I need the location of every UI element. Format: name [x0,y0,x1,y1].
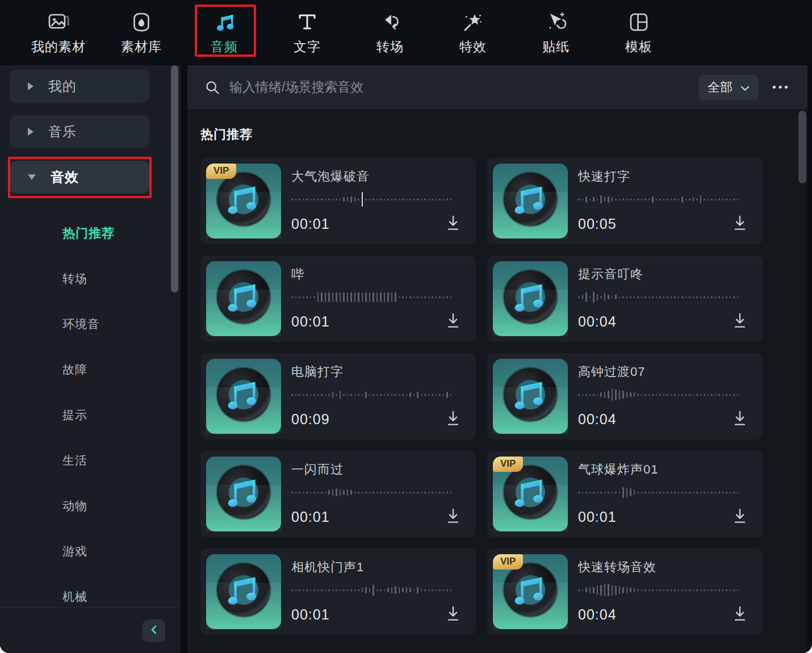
sidebar-category-item[interactable]: 生活 [0,438,181,483]
sidebar-collapse-button[interactable] [143,619,165,642]
duration-label: 00:01 [291,509,330,525]
download-icon [732,604,748,625]
duration-label: 00:01 [291,313,330,330]
duration-label: 00:04 [578,606,617,623]
caret-icon [28,174,36,180]
download-button[interactable] [444,311,462,332]
vip-badge: VIP [493,457,523,472]
sound-title: 相机快门声1 [291,559,462,576]
waveform [291,582,462,598]
nav-tab[interactable]: 转场 [349,0,432,64]
sidebar-footer [0,608,181,653]
sidebar-category-item[interactable]: 提示 [0,392,181,438]
main-panel: 全部 ••• 热门推荐 [187,65,807,653]
album-art [493,359,568,434]
sound-effect-card[interactable]: VIP 大气泡爆破音 00:01 [200,158,476,244]
download-button[interactable] [731,214,749,234]
duration-label: 00:04 [578,313,617,330]
sidebar-group[interactable]: 音乐 [10,115,149,148]
stock-library-icon [128,9,155,36]
sound-effect-card[interactable]: VIP 电脑打字 00:09 [200,353,476,439]
download-button[interactable] [444,604,462,625]
nav-tab[interactable]: 文字 [266,0,349,64]
sidebar-category-item[interactable]: 转场 [0,256,181,302]
nav-tab-label: 贴纸 [542,38,570,56]
template-icon [625,9,652,36]
sound-title: 快速转场音效 [578,559,749,576]
download-icon [445,409,461,429]
effects-icon [459,9,487,36]
sidebar-group[interactable]: 音效 [10,161,149,194]
waveform [578,387,749,403]
duration-label: 00:01 [291,216,330,232]
nav-tab-label: 特效 [459,38,487,56]
sidebar-scrollbar[interactable] [171,65,178,292]
waveform [291,387,462,403]
panels: 我的 音乐 音效 热门推荐转场环境音故障提示生活动物游戏机械 [0,65,812,653]
vip-badge: VIP [206,164,236,179]
album-art [206,261,281,336]
sidebar: 我的 音乐 音效 热门推荐转场环境音故障提示生活动物游戏机械 [0,65,181,653]
nav-tab-label: 素材库 [121,38,162,56]
sidebar-category-item[interactable]: 热门推荐 [0,211,181,256]
sound-effect-card[interactable]: VIP 相机快门声1 00:01 [200,549,476,635]
album-art [206,359,281,434]
more-options-button[interactable]: ••• [770,78,793,97]
search-icon [204,79,220,95]
sound-title: 哔 [291,266,462,283]
waveform [291,289,462,305]
download-icon [732,507,748,527]
sound-effect-card[interactable]: VIP 哔 00:01 [200,256,476,342]
content-area: 热门推荐 [187,109,807,653]
caret-icon [28,128,34,136]
nav-tab[interactable]: 贴纸 [514,0,597,64]
nav-tab[interactable]: 模板 [597,0,680,64]
duration-label: 00:09 [291,411,330,428]
sidebar-scroll-area: 我的 音乐 音效 热门推荐转场环境音故障提示生活动物游戏机械 [0,65,181,619]
search-input[interactable] [229,79,698,95]
nav-tab[interactable]: 音频 [183,0,266,64]
sidebar-category-item[interactable]: 游戏 [0,529,181,574]
sound-effect-card[interactable]: VIP 快速转场音效 00:04 [487,549,763,635]
download-button[interactable] [731,311,749,332]
nav-tab-label: 转场 [376,38,404,56]
waveform [291,191,462,207]
nav-tab[interactable]: 我的素材 [17,0,100,64]
sidebar-category-item[interactable]: 动物 [0,483,181,529]
download-button[interactable] [731,604,749,625]
audio-icon [211,9,238,36]
album-art [493,261,568,336]
sidebar-category-item[interactable]: 故障 [0,347,181,392]
download-button[interactable] [731,409,749,429]
sidebar-category-item[interactable]: 环境音 [0,302,181,347]
section-title: 热门推荐 [200,126,807,143]
content-scrollbar[interactable] [798,111,806,183]
filter-label: 全部 [708,79,733,96]
download-button[interactable] [444,214,462,234]
download-button[interactable] [444,409,462,429]
sound-title: 高钟过渡07 [578,363,749,380]
download-button[interactable] [731,507,749,527]
nav-tab-label: 模板 [625,38,652,56]
sidebar-group[interactable]: 我的 [10,70,149,103]
search-bar: 全部 ••• [187,65,807,109]
vip-badge: VIP [493,554,523,570]
nav-tab[interactable]: 特效 [432,0,514,64]
download-button[interactable] [444,507,462,527]
sound-effect-card[interactable]: VIP 快速打字 00:05 [487,158,763,244]
sidebar-group-label: 我的 [48,77,77,95]
filter-dropdown[interactable]: 全部 [698,75,759,100]
more-icon: ••• [772,81,790,93]
caret-icon [28,82,34,90]
sound-title: 大气泡爆破音 [291,168,462,185]
sound-title: 提示音叮咚 [578,266,749,283]
nav-tab[interactable]: 素材库 [100,0,183,64]
download-icon [445,507,461,527]
sound-effect-card[interactable]: VIP 高钟过渡07 00:04 [487,353,763,439]
nav-tab-label: 文字 [294,38,321,56]
download-icon [732,214,748,234]
sound-effect-card[interactable]: VIP 一闪而过 00:01 [200,451,476,537]
app-window: 我的素材 素材库 音频 文字 转场 特效 贴纸 模板 我的 音乐 音效 热门推荐… [0,0,812,653]
sound-effect-card[interactable]: VIP 提示音叮咚 00:04 [487,256,763,342]
sound-effect-card[interactable]: VIP 气球爆炸声01 00:01 [487,451,763,537]
